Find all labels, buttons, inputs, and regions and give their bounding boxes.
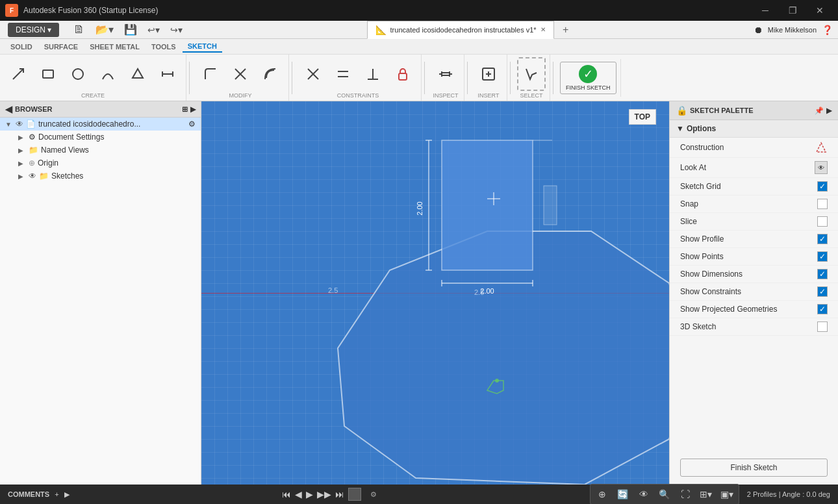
settings-icon-timeline[interactable]: ⚙ xyxy=(370,490,377,499)
history-button[interactable]: ⏺ xyxy=(754,25,763,35)
skip-end-button[interactable]: ⏭ xyxy=(335,489,344,499)
show-projected-checkbox[interactable]: ✓ xyxy=(817,304,828,314)
zoom-tool-btn[interactable]: 🔍 xyxy=(655,486,674,503)
viewport[interactable]: TOP 2.00 2.00 xyxy=(201,101,669,485)
svg-rect-1 xyxy=(43,70,53,78)
display-tool-btn[interactable]: ▣▾ xyxy=(718,486,736,503)
construction-icon[interactable] xyxy=(815,141,828,154)
offset-tool[interactable] xyxy=(256,57,285,91)
show-profile-checkbox[interactable]: ✓ xyxy=(817,234,828,244)
open-button[interactable]: 📂▾ xyxy=(92,22,118,37)
folder-icon: 📁 xyxy=(29,145,38,155)
next-button[interactable]: ▶▶ xyxy=(317,489,331,499)
bottom-toolbar: ⊕ 🔄 👁 🔍 ⛶ ⊞▾ ▣▾ xyxy=(590,484,739,504)
grid-tool-btn[interactable]: ⊞▾ xyxy=(697,486,715,503)
skip-start-button[interactable]: ⏮ xyxy=(282,489,291,499)
3d-sketch-checkbox[interactable] xyxy=(817,321,828,332)
add-tab-button[interactable]: + xyxy=(558,22,574,38)
user-account[interactable]: Mike Mikkelson xyxy=(768,26,817,34)
3d-sketch-label: 3D Sketch xyxy=(680,322,716,331)
settings-icon[interactable]: ⚙ xyxy=(188,120,196,129)
palette-row-show-points: Show Points ✓ xyxy=(670,248,838,266)
browser-settings-icon[interactable]: ⊞ xyxy=(182,105,188,114)
restore-button[interactable]: ❐ xyxy=(780,0,806,21)
show-constraints-checkbox[interactable]: ✓ xyxy=(817,286,828,297)
browser-item-doc-settings[interactable]: ▶ ⚙ Document Settings xyxy=(0,131,201,144)
look-tool-btn[interactable]: 👁 xyxy=(635,486,653,503)
expand-comments[interactable]: + xyxy=(55,490,58,498)
browser-item-sketches[interactable]: ▶ 👁 📁 Sketches xyxy=(0,170,201,183)
show-profile-label: Show Profile xyxy=(680,234,724,244)
timeline-thumb xyxy=(348,488,361,501)
rectangle-tool[interactable] xyxy=(34,57,62,91)
constraint-coincident[interactable] xyxy=(299,57,327,91)
constraint-lock[interactable] xyxy=(388,57,417,91)
palette-title: SKETCH PALETTE xyxy=(690,107,754,114)
help-button[interactable]: ❓ xyxy=(822,25,833,35)
tab-solid[interactable]: SOLID xyxy=(5,42,38,52)
circle-tool[interactable] xyxy=(64,57,92,91)
browser-item-named-views[interactable]: ▶ 📁 Named Views xyxy=(0,144,201,157)
axis-label-y: 2.5 xyxy=(474,288,484,296)
dimension-tool[interactable] xyxy=(153,57,182,91)
document-tab[interactable]: 📐 truncated icosidodecahedron instructab… xyxy=(367,21,554,39)
palette-expand-icon[interactable]: ▶ xyxy=(826,107,832,115)
select-tool[interactable] xyxy=(517,57,546,91)
show-dimensions-checkbox[interactable]: ✓ xyxy=(817,269,828,279)
redo-button[interactable]: ↪▾ xyxy=(166,23,186,36)
browser-expand-icon[interactable]: ▶ xyxy=(190,105,196,114)
slice-checkbox[interactable] xyxy=(817,216,828,227)
eye-icon-sketches[interactable]: 👁 xyxy=(29,171,36,181)
fillet-tool[interactable] xyxy=(196,57,225,91)
orbit-tool-btn[interactable]: 🔄 xyxy=(614,486,632,503)
tab-sketch[interactable]: SKETCH xyxy=(183,41,222,53)
palette-row-show-dimensions: Show Dimensions ✓ xyxy=(670,266,838,283)
palette-pin-icon[interactable]: 📌 xyxy=(815,107,824,115)
browser-collapse-left[interactable]: ◀ xyxy=(5,104,12,114)
design-button[interactable]: DESIGN ▾ xyxy=(8,23,59,37)
tab-sheet-metal[interactable]: SHEET METAL xyxy=(84,42,145,52)
prev-button[interactable]: ◀ xyxy=(295,489,302,499)
file-icon: 📄 xyxy=(26,120,36,129)
undo-button[interactable]: ↩▾ xyxy=(144,23,164,36)
eye-icon[interactable]: 👁 xyxy=(16,120,23,129)
minimize-button[interactable]: ─ xyxy=(752,0,778,21)
lookat-icon[interactable]: 👁 xyxy=(815,161,828,174)
browser-named-views-label: Named Views xyxy=(41,145,89,155)
constraint-parallel[interactable] xyxy=(329,57,357,91)
finish-sketch-button[interactable]: Finish Sketch xyxy=(680,459,828,477)
browser-item-origin[interactable]: ▶ ⊕ Origin xyxy=(0,157,201,170)
tab-close-icon[interactable]: ✕ xyxy=(540,26,546,33)
snap-checkbox[interactable] xyxy=(817,199,828,209)
finish-sketch-button[interactable]: ✓ FINISH SKETCH xyxy=(560,62,616,94)
constraint-perpendicular[interactable] xyxy=(359,57,387,91)
arc-tool[interactable] xyxy=(94,57,122,91)
construction-label: Construction xyxy=(680,143,724,152)
sketch-palette: 🔒 SKETCH PALETTE 📌 ▶ ▼ Options Construct… xyxy=(669,101,838,485)
insert-tool[interactable] xyxy=(474,57,503,91)
inspect-tool[interactable] xyxy=(431,57,460,91)
tab-surface[interactable]: SURFACE xyxy=(39,42,84,52)
new-button[interactable]: 🗎 xyxy=(70,21,89,38)
save-button[interactable]: 💾 xyxy=(120,22,141,37)
show-points-checkbox[interactable]: ✓ xyxy=(817,251,828,262)
collapse-arrow[interactable]: ▼ xyxy=(676,124,684,133)
sketch-grid-checkbox[interactable]: ✓ xyxy=(817,181,828,192)
polygon-tool[interactable] xyxy=(123,57,152,91)
browser-item-root[interactable]: ▼ 👁 📄 truncated icosidodecahedro... ⚙ xyxy=(0,118,201,131)
play-button[interactable]: ▶ xyxy=(306,489,313,499)
tab-tools[interactable]: TOOLS xyxy=(146,42,181,52)
snap-label: Snap xyxy=(680,199,698,208)
pan-tool-btn[interactable]: ⊕ xyxy=(593,486,611,503)
options-label: Options xyxy=(687,124,716,133)
close-button[interactable]: ✕ xyxy=(807,0,833,21)
collapse-panel[interactable]: ▶ xyxy=(64,490,70,499)
finish-sketch-group: ✓ FINISH SKETCH xyxy=(556,59,621,97)
fit-tool-btn[interactable]: ⛶ xyxy=(676,486,694,503)
browser-root-label: truncated icosidodecahedro... xyxy=(38,120,140,129)
palette-row-snap: Snap xyxy=(670,195,838,213)
browser-sketches-label: Sketches xyxy=(51,171,83,181)
comments-button[interactable]: COMMENTS xyxy=(8,490,49,498)
line-tool[interactable] xyxy=(4,57,32,91)
trim-tool[interactable] xyxy=(226,57,255,91)
